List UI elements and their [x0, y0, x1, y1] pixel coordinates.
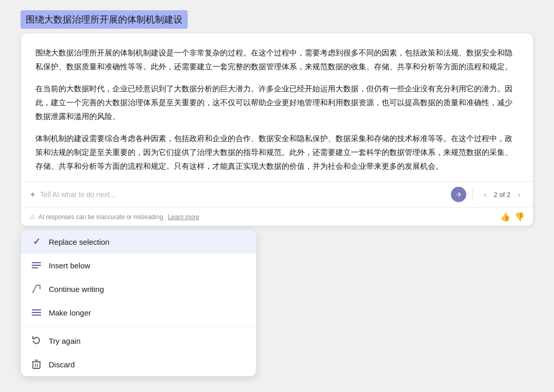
- ai-paragraph: 在当前的大数据时代，企业已经意识到了大数据分析的巨大潜力。许多企业已经开始运用大…: [35, 82, 519, 123]
- retry-icon: [31, 336, 42, 346]
- menu-item-longer[interactable]: Make longer: [21, 301, 256, 324]
- ai-content-area: 围绕大数据治理所开展的体制机制建设是一个非常复杂的过程。在这个过程中，需要考虑到…: [21, 33, 533, 181]
- menu-separator: [21, 326, 256, 327]
- ai-paragraph: 体制机制的建设需要综合考虑各种因素，包括政府和企业的合作、数据安全和隐私保护、数…: [35, 131, 519, 173]
- pagination: ‹ 2 of 2 ›: [479, 189, 525, 200]
- svg-line-3: [33, 285, 36, 292]
- warning-left: ⚠ AI responses can be inaccurate or misl…: [29, 213, 200, 221]
- menu-item-label-discard: Discard: [49, 360, 75, 369]
- menu-item-label-insert: Insert below: [49, 261, 90, 270]
- menu-item-label-longer: Make longer: [49, 308, 91, 317]
- menu-item-discard[interactable]: Discard: [21, 352, 256, 376]
- insert-icon: [31, 260, 42, 270]
- menu-item-label-replace: Replace selection: [49, 238, 109, 246]
- warning-bar: ⚠ AI responses can be inaccurate or misl…: [21, 207, 533, 226]
- pagination-next-button[interactable]: ›: [513, 189, 525, 200]
- menu-item-replace[interactable]: ✓Replace selection: [21, 230, 256, 253]
- warning-icon: ⚠: [29, 213, 35, 221]
- longer-icon: [31, 307, 42, 318]
- ai-input-bar: ✦ Tell AI what to do next... ‹ 2 of 2 ›: [21, 181, 533, 207]
- pagination-display: 2 of 2: [493, 191, 510, 199]
- menu-item-retry[interactable]: Try again: [21, 329, 256, 352]
- menu-item-label-retry: Try again: [49, 337, 81, 345]
- feedback-buttons: 👍 👎: [500, 212, 525, 222]
- ai-paragraph: 围绕大数据治理所开展的体制机制建设是一个非常复杂的过程。在这个过程中，需要考虑到…: [35, 46, 519, 73]
- ai-input-placeholder[interactable]: Tell AI what to do next...: [40, 190, 447, 199]
- menu-item-insert[interactable]: Insert below: [21, 253, 256, 277]
- main-container: 围绕大数据治理所开展的体制机制建设 围绕大数据治理所开展的体制机制建设是一个非常…: [21, 10, 533, 377]
- warning-text: AI responses can be inaccurate or mislea…: [38, 213, 165, 221]
- ai-response-card: 围绕大数据治理所开展的体制机制建设是一个非常复杂的过程。在这个过程中，需要考虑到…: [21, 33, 533, 226]
- action-dropdown-menu: ✓Replace selectionInsert belowContinue w…: [21, 229, 256, 377]
- thumbs-down-button[interactable]: 👎: [515, 212, 525, 222]
- write-icon: [31, 284, 42, 294]
- check-icon: ✓: [31, 237, 42, 247]
- menu-item-continue[interactable]: Continue writing: [21, 277, 256, 301]
- pagination-prev-button[interactable]: ‹: [479, 189, 490, 200]
- menu-item-label-continue: Continue writing: [49, 285, 104, 293]
- thumbs-up-button[interactable]: 👍: [500, 212, 510, 222]
- ai-send-button[interactable]: [451, 187, 466, 202]
- discard-icon: [31, 359, 42, 369]
- divider: [472, 188, 473, 201]
- ai-sparkle-icon: ✦: [29, 190, 36, 200]
- learn-more-link[interactable]: Learn more: [168, 213, 199, 221]
- svg-rect-9: [33, 362, 40, 368]
- selected-title: 围绕大数据治理所开展的体制机制建设: [21, 10, 188, 29]
